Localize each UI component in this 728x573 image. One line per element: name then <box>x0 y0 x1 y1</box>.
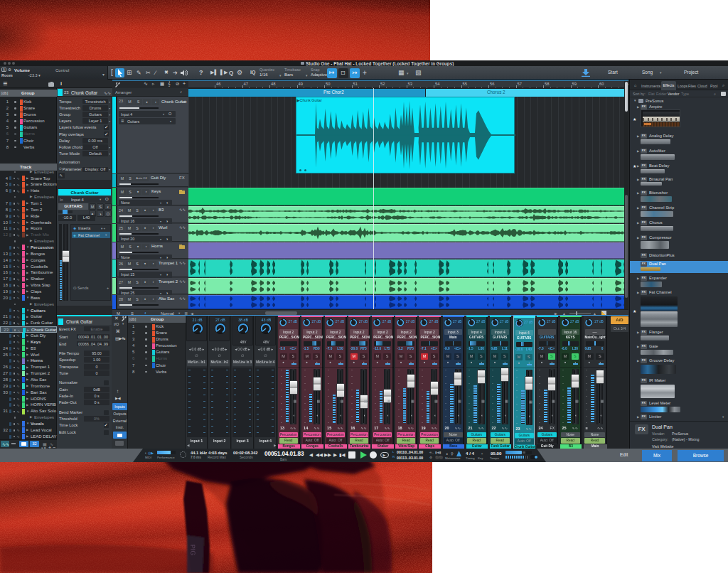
svg-text:PIG: PIG <box>189 545 197 556</box>
